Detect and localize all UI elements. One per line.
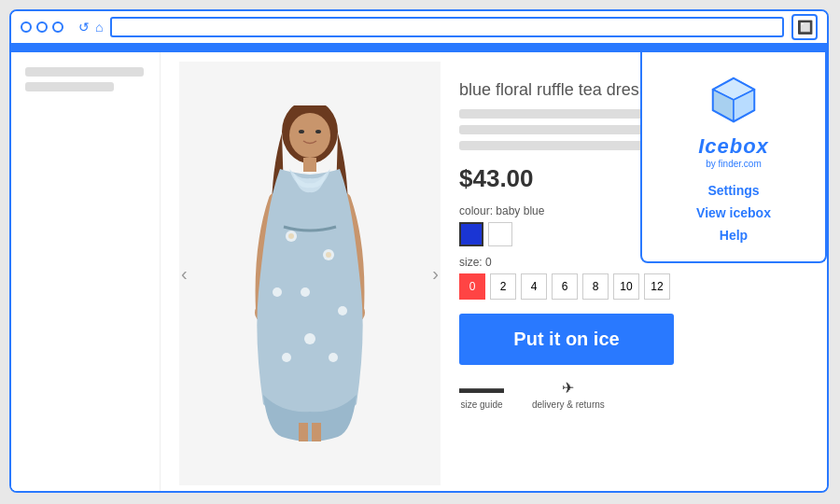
browser-dot-3[interactable] <box>52 21 63 33</box>
browser-dot-2[interactable] <box>36 21 48 33</box>
icebox-logo-icon <box>706 71 762 127</box>
sidebar-placeholder-1 <box>25 67 144 77</box>
svg-point-11 <box>326 252 331 258</box>
svg-rect-18 <box>299 423 308 441</box>
prev-image-arrow[interactable]: ‹ <box>181 263 188 285</box>
size-guide[interactable]: ▬▬▬ size guide <box>459 380 504 410</box>
size-btn-10[interactable]: 10 <box>613 273 639 300</box>
icebox-sub: by finder.com <box>698 159 769 169</box>
icebox-help-link[interactable]: Help <box>720 228 748 243</box>
size-btn-2[interactable]: 2 <box>490 273 516 300</box>
home-icon[interactable]: ⌂ <box>95 20 103 35</box>
icebox-viewicebox-link[interactable]: View icebox <box>696 205 771 220</box>
browser-dot-1[interactable] <box>21 21 32 33</box>
size-btn-6[interactable]: 6 <box>552 273 578 300</box>
dress-illustration <box>179 62 441 485</box>
svg-point-13 <box>273 287 282 297</box>
delivery-icon: ✈ <box>562 379 574 397</box>
browser-dots <box>21 21 63 33</box>
svg-point-2 <box>289 113 330 158</box>
size-options: 024681012 <box>459 273 808 300</box>
address-bar[interactable] <box>110 17 784 37</box>
browser-nav-icons: ↺ ⌂ <box>78 20 103 35</box>
swatch-blue[interactable] <box>459 222 483 246</box>
browser-toolbar <box>11 45 827 52</box>
size-btn-8[interactable]: 8 <box>582 273 609 300</box>
page-content: ‹ <box>11 52 827 493</box>
svg-rect-5 <box>303 158 316 172</box>
extension-icon[interactable]: 🔲 <box>791 14 818 40</box>
delivery-label: delivery & returns <box>532 399 605 410</box>
svg-point-4 <box>315 130 321 133</box>
svg-point-17 <box>329 353 338 362</box>
icebox-brand: Icebox by finder.com <box>698 134 769 169</box>
browser-window: ↺ ⌂ 🔲 ‹ <box>9 9 829 493</box>
size-btn-4[interactable]: 4 <box>521 273 547 300</box>
svg-point-9 <box>288 233 294 239</box>
size-guide-icon: ▬▬▬ <box>459 380 504 397</box>
delivery-returns[interactable]: ✈ delivery & returns <box>532 379 605 410</box>
refresh-icon[interactable]: ↺ <box>78 20 90 35</box>
svg-point-16 <box>282 353 291 362</box>
next-image-arrow[interactable]: › <box>432 263 439 285</box>
page-sidebar <box>11 52 161 493</box>
put-on-ice-button[interactable]: Put it on ice <box>459 314 674 365</box>
svg-point-14 <box>338 306 347 315</box>
icebox-settings-link[interactable]: Settings <box>707 183 759 198</box>
svg-point-3 <box>299 130 304 133</box>
svg-rect-19 <box>312 423 321 441</box>
svg-point-12 <box>301 287 310 297</box>
swatch-white[interactable] <box>488 222 512 246</box>
svg-point-15 <box>304 333 315 344</box>
product-image-container: ‹ <box>179 62 441 485</box>
size-btn-0[interactable]: 0 <box>459 273 485 300</box>
icebox-popup: Icebox by finder.com Settings View icebo… <box>640 52 827 263</box>
sidebar-placeholder-2 <box>25 82 114 91</box>
browser-titlebar: ↺ ⌂ 🔲 <box>11 11 827 45</box>
product-meta: ▬▬▬ size guide ✈ delivery & returns <box>459 379 808 410</box>
icebox-name: Icebox <box>698 134 769 159</box>
icebox-menu: Settings View icebox Help <box>656 183 811 243</box>
size-btn-12[interactable]: 12 <box>644 273 670 300</box>
size-guide-label: size guide <box>460 399 502 410</box>
